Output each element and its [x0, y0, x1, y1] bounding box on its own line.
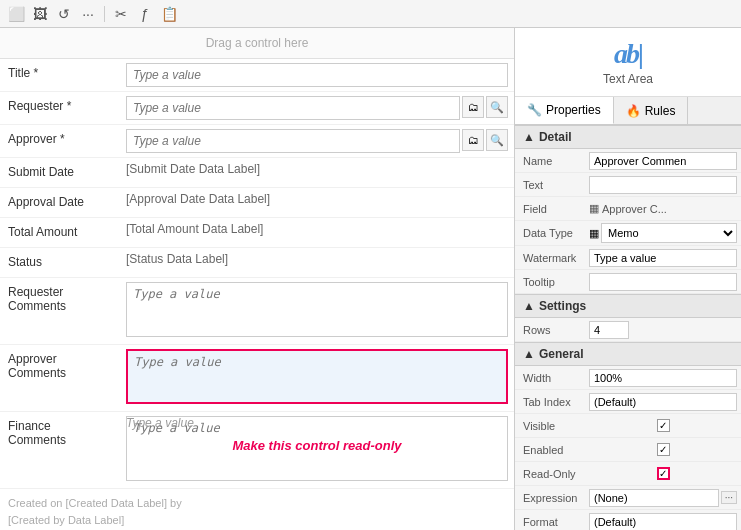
toolbar-icon-5[interactable]: ✂	[111, 4, 131, 24]
prop-input-watermark[interactable]	[589, 249, 737, 267]
control-total-amount: [Total Amount Data Label]	[120, 218, 514, 240]
prop-label-tab-index: Tab Index	[515, 392, 585, 412]
label-submit-date: Submit Date	[0, 158, 120, 186]
checkbox-visible[interactable]: ✓	[657, 419, 670, 432]
field-icon: ▦	[589, 202, 599, 215]
prop-row-format: Format	[515, 510, 741, 530]
toolbar-icon-1[interactable]: ⬜	[6, 4, 26, 24]
section-settings-header: ▲ Settings	[515, 294, 741, 318]
prop-input-tab-index[interactable]	[589, 393, 737, 411]
toolbar-icon-3[interactable]: ↺	[54, 4, 74, 24]
form-row-title: Title *	[0, 59, 514, 92]
textarea-approver-comments[interactable]	[126, 349, 508, 404]
tab-properties[interactable]: 🔧 Properties	[515, 97, 614, 124]
toolbar-icon-7[interactable]: 📋	[159, 4, 179, 24]
toolbar: ⬜ 🖼 ↺ ··· ✂ ƒ 📋	[0, 0, 741, 28]
toolbar-icon-4[interactable]: ···	[78, 4, 98, 24]
prop-row-name: Name	[515, 149, 741, 173]
approver-icon-btn-2[interactable]: 🔍	[486, 129, 508, 151]
control-submit-date: [Submit Date Data Label]	[120, 158, 514, 180]
approver-icon-btn-1[interactable]: 🗂	[462, 129, 484, 151]
requester-icon-btn-2[interactable]: 🔍	[486, 96, 508, 118]
prop-select-data-type[interactable]: Memo	[601, 223, 737, 243]
label-status: Status	[0, 248, 120, 276]
total-amount-value: [Total Amount Data Label]	[126, 215, 263, 243]
prop-row-tooltip: Tooltip	[515, 270, 741, 294]
prop-value-rows	[585, 319, 741, 341]
toolbar-icon-6[interactable]: ƒ	[135, 4, 155, 24]
prop-label-watermark: Watermark	[515, 248, 585, 268]
text-area-icon: ab|	[614, 38, 642, 70]
prop-row-watermark: Watermark	[515, 246, 741, 270]
section-settings-title: Settings	[539, 299, 586, 313]
form-footer: Created on [Created Data Label] by [Crea…	[0, 489, 514, 530]
input-approver[interactable]	[126, 129, 460, 153]
prop-value-name	[585, 150, 741, 172]
toolbar-icon-2[interactable]: 🖼	[30, 4, 50, 24]
prop-input-width[interactable]	[589, 369, 737, 387]
prop-label-enabled: Enabled	[515, 440, 585, 460]
prop-input-rows[interactable]	[589, 321, 629, 339]
panel-title: Text Area	[603, 72, 653, 86]
form-row-approver-comments: Approver Comments	[0, 345, 514, 412]
control-approval-date: [Approval Date Data Label]	[120, 188, 514, 210]
panel-body: ▲ Detail Name Text Field ▦	[515, 125, 741, 530]
prop-input-tooltip[interactable]	[589, 273, 737, 291]
form-row-finance-comments: Finance Comments Type a value Make this …	[0, 412, 514, 489]
prop-label-field: Field	[515, 199, 585, 219]
expression-ellipsis-btn[interactable]: ···	[721, 491, 737, 504]
label-requester: Requester *	[0, 92, 120, 120]
prop-input-format[interactable]	[589, 513, 737, 531]
prop-row-width: Width	[515, 366, 741, 390]
control-status: [Status Data Label]	[120, 248, 514, 270]
settings-chevron[interactable]: ▲	[523, 299, 535, 313]
right-panel: ab| Text Area 🔧 Properties 🔥 Rules ▲ Det…	[515, 28, 741, 530]
input-title[interactable]	[126, 63, 508, 87]
prop-row-rows: Rows	[515, 318, 741, 342]
status-value: [Status Data Label]	[126, 245, 228, 273]
panel-header: ab| Text Area	[515, 28, 741, 97]
prop-input-text[interactable]	[589, 176, 737, 194]
label-approver-comments: Approver Comments	[0, 345, 120, 387]
detail-chevron[interactable]: ▲	[523, 130, 535, 144]
label-approver: Approver *	[0, 125, 120, 153]
prop-row-enabled: Enabled ✓	[515, 438, 741, 462]
prop-label-name: Name	[515, 151, 585, 171]
general-chevron[interactable]: ▲	[523, 347, 535, 361]
textarea-requester-comments[interactable]	[126, 282, 508, 337]
form-row-requester-comments: Requester Comments	[0, 278, 514, 345]
control-finance-comments: Type a value Make this control read-only	[120, 412, 514, 488]
tab-rules[interactable]: 🔥 Rules	[614, 97, 689, 124]
main-layout: Drag a control here Title * Requester * …	[0, 28, 741, 530]
prop-label-expression: Expression	[515, 488, 585, 508]
form-row-total-amount: Total Amount [Total Amount Data Label]	[0, 218, 514, 248]
control-title	[120, 59, 514, 91]
section-detail-title: Detail	[539, 130, 572, 144]
prop-row-readonly: Read-Only ✓	[515, 462, 741, 486]
data-type-icon: ▦	[589, 227, 599, 240]
form-row-requester: Requester * 🗂 🔍	[0, 92, 514, 125]
prop-label-text: Text	[515, 175, 585, 195]
approval-date-value: [Approval Date Data Label]	[126, 185, 270, 213]
prop-value-tooltip	[585, 271, 741, 293]
checkbox-enabled[interactable]: ✓	[657, 443, 670, 456]
prop-row-tab-index: Tab Index	[515, 390, 741, 414]
submit-date-value: [Submit Date Data Label]	[126, 155, 260, 183]
section-general-title: General	[539, 347, 584, 361]
toolbar-separator	[104, 6, 105, 22]
rules-icon: 🔥	[626, 104, 641, 118]
section-general-header: ▲ General	[515, 342, 741, 366]
prop-input-expression[interactable]	[589, 489, 719, 507]
readonly-message: Make this control read-only	[120, 438, 514, 453]
label-requester-comments: Requester Comments	[0, 278, 120, 320]
prop-value-tab-index	[585, 391, 741, 413]
label-approval-date: Approval Date	[0, 188, 120, 216]
prop-input-name[interactable]	[589, 152, 737, 170]
prop-label-visible: Visible	[515, 416, 585, 436]
prop-label-data-type: Data Type	[515, 223, 585, 243]
prop-value-readonly: ✓	[585, 465, 741, 482]
requester-icon-btn-1[interactable]: 🗂	[462, 96, 484, 118]
checkbox-readonly[interactable]: ✓	[657, 467, 670, 480]
prop-row-text: Text	[515, 173, 741, 197]
input-requester[interactable]	[126, 96, 460, 120]
